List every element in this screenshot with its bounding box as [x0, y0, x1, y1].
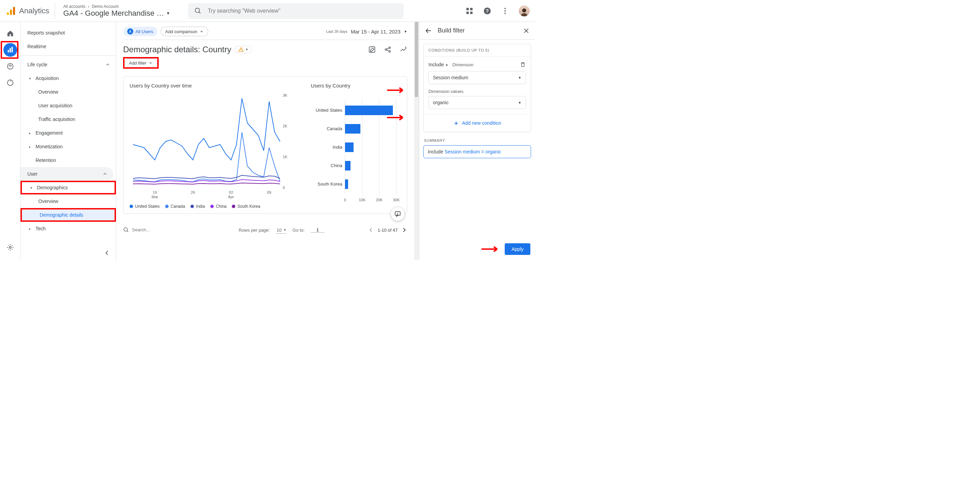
dimension-values-label: Dimension values	[428, 89, 526, 94]
include-exclude-select[interactable]: Include ▼	[428, 62, 448, 67]
pager-prev-icon[interactable]	[368, 227, 374, 233]
svg-rect-1	[10, 10, 12, 15]
chevron-up-icon	[105, 62, 110, 67]
svg-rect-52	[345, 143, 353, 152]
nav-rail	[0, 22, 21, 260]
dimension-label: Dimension	[452, 62, 473, 67]
data-quality-badge[interactable]: ▼	[235, 46, 252, 53]
svg-text:Apr: Apr	[228, 195, 234, 199]
pager-info: 1-10 of 47	[377, 228, 398, 233]
svg-line-62	[127, 231, 128, 232]
nav-demographics[interactable]: ▾Demographics	[21, 181, 116, 195]
rail-home-icon[interactable]	[3, 27, 17, 40]
chip-all-users[interactable]: A All Users	[123, 27, 157, 36]
svg-rect-2	[13, 7, 15, 15]
table-search-input[interactable]	[132, 227, 232, 233]
property-name: GA4 - Google Merchandise …	[63, 9, 164, 18]
svg-point-3	[195, 8, 199, 12]
chip-add-comparison[interactable]: Add comparison ＋	[161, 27, 208, 36]
svg-text:09: 09	[267, 190, 271, 195]
nav-reports-snapshot[interactable]: Reports snapshot	[21, 26, 116, 40]
svg-line-4	[199, 12, 200, 13]
avatar[interactable]	[519, 5, 530, 16]
annotation-highlight	[1, 41, 19, 59]
apply-button[interactable]: Apply	[505, 243, 530, 255]
svg-rect-54	[345, 161, 350, 171]
account-selector[interactable]: All accounts › Demo Account GA4 - Google…	[63, 4, 170, 18]
nav-acquisition[interactable]: ▾Acquisition	[21, 71, 116, 85]
filter-panel: Build filter CONDITIONS (BUILD UP TO 5) …	[419, 22, 535, 260]
dimension-select[interactable]: Session medium ▼	[428, 71, 526, 84]
svg-point-13	[504, 13, 506, 14]
annotation-arrow	[481, 245, 501, 253]
apps-icon[interactable]	[465, 7, 474, 15]
svg-text:1K: 1K	[283, 155, 288, 159]
search-input[interactable]	[208, 8, 397, 14]
scrollbar[interactable]	[414, 22, 419, 260]
breadcrumb-all: All accounts	[63, 4, 86, 9]
plus-icon: ＋	[199, 29, 204, 35]
close-icon[interactable]	[523, 27, 530, 34]
svg-text:20K: 20K	[376, 198, 383, 202]
svg-text:0: 0	[283, 185, 285, 190]
help-icon[interactable]: ?	[483, 7, 492, 15]
svg-point-19	[10, 66, 11, 67]
collapse-sidenav-icon[interactable]	[103, 249, 110, 256]
rail-explore-icon[interactable]	[3, 59, 17, 73]
svg-text:?: ?	[486, 8, 488, 13]
rail-advertising-icon[interactable]	[3, 76, 17, 90]
nav-user[interactable]: User	[21, 167, 113, 181]
svg-text:2K: 2K	[283, 124, 288, 128]
svg-text:19: 19	[153, 190, 157, 195]
insights-icon[interactable]	[400, 46, 407, 53]
svg-line-29	[387, 50, 389, 51]
svg-rect-48	[345, 106, 393, 115]
nav-monetization[interactable]: ▸Monetization	[21, 140, 116, 154]
feedback-fab[interactable]	[390, 207, 405, 221]
nav-acq-overview[interactable]: Overview	[21, 85, 116, 99]
delete-icon[interactable]	[520, 62, 526, 68]
add-filter-button[interactable]: Add filter ＋	[124, 59, 157, 67]
dropdown-icon: ▼	[518, 76, 522, 79]
search-icon	[194, 7, 202, 15]
rows-per-page-label: Rows per page:	[239, 228, 270, 233]
line-chart-title: Users by Country over time	[130, 83, 301, 89]
goto-input[interactable]	[311, 227, 325, 233]
date-range-picker[interactable]: Last 28 days Mar 15 - Apr 11, 2023 ▼	[326, 29, 407, 35]
back-icon[interactable]	[425, 27, 432, 35]
svg-rect-7	[466, 12, 469, 14]
annotation-highlight: Add filter ＋	[123, 57, 159, 69]
date-preset-label: Last 28 days	[326, 29, 347, 33]
svg-text:0: 0	[344, 198, 346, 202]
report-area: A All Users Add comparison ＋ Last 28 day…	[116, 22, 419, 260]
nav-life-cycle[interactable]: Life cycle	[21, 58, 116, 71]
caret-down-icon: ▾	[29, 186, 33, 190]
warning-icon	[238, 47, 244, 52]
nav-traffic-acquisition[interactable]: Traffic acquisition	[21, 113, 116, 126]
goto-label: Go to:	[293, 228, 305, 233]
nav-demo-overview[interactable]: Overview	[21, 195, 116, 208]
dropdown-icon: ▼	[245, 48, 248, 51]
svg-point-12	[504, 10, 506, 12]
nav-user-acquisition[interactable]: User acquisition	[21, 99, 116, 113]
dimension-values-select[interactable]: organic ▼	[428, 96, 526, 109]
share-icon[interactable]	[384, 46, 391, 53]
rail-admin-icon[interactable]	[3, 241, 17, 254]
summary-chip: Include Session medium = organic	[423, 145, 531, 158]
pager-next-icon[interactable]	[401, 227, 407, 233]
customize-report-icon[interactable]	[368, 46, 376, 53]
searchbar[interactable]	[188, 3, 404, 19]
svg-text:3K: 3K	[283, 93, 288, 97]
caret-down-icon: ▾	[27, 76, 32, 80]
nav-tech[interactable]: ▸Tech	[21, 222, 116, 235]
chip-badge-a: A	[127, 29, 134, 35]
nav-demo-details[interactable]: Demographic details	[21, 208, 116, 222]
chart-card: Users by Country over time 01K2K3K19Mar2…	[123, 76, 407, 214]
nav-realtime[interactable]: Realtime	[21, 40, 116, 53]
add-condition-button[interactable]: ＋ Add new condition	[424, 114, 531, 132]
nav-engagement[interactable]: ▸Engagement	[21, 126, 116, 140]
more-vert-icon[interactable]	[501, 7, 509, 15]
nav-retention[interactable]: Retention	[21, 154, 116, 167]
bar-chart: 010K20K30KUnited StatesCanadaIndiaChinaS…	[311, 92, 400, 204]
svg-text:30K: 30K	[393, 198, 400, 202]
